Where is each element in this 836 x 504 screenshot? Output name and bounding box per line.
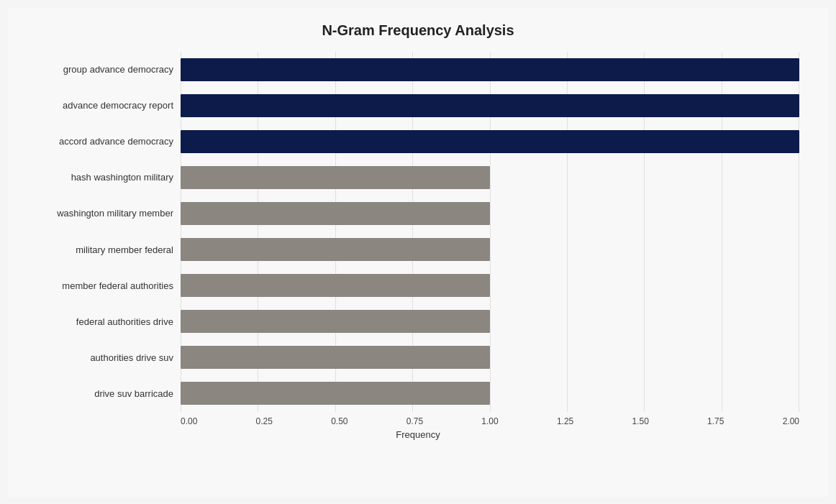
bar: [181, 346, 490, 369]
x-axis: 0.000.250.500.751.001.251.501.752.00: [22, 416, 814, 426]
x-axis-label: Frequency: [22, 429, 814, 440]
bar-label: authorities drive suv: [22, 352, 173, 363]
bar-label: washington military member: [22, 208, 173, 219]
bar: [181, 202, 490, 225]
bar-label: member federal authorities: [22, 280, 173, 291]
bar-row: member federal authorities: [181, 270, 799, 301]
x-tick: 1.75: [707, 416, 724, 426]
bar-row: accord advance democracy: [181, 127, 799, 157]
bar: [181, 274, 490, 297]
chart-title: N-Gram Frequency Analysis: [22, 22, 814, 39]
bar: [181, 130, 799, 153]
bar-label: group advance democracy: [22, 64, 173, 75]
x-tick: 0.75: [406, 416, 423, 426]
x-tick: 0.00: [181, 416, 197, 426]
bar-label: hash washington military: [22, 172, 173, 183]
bar-row: federal authorities drive: [181, 306, 799, 336]
bar: [181, 382, 490, 405]
bar: [181, 238, 490, 261]
x-tick: 0.50: [331, 416, 347, 426]
bar-row: washington military member: [181, 198, 799, 229]
x-tick: 1.00: [481, 416, 498, 426]
bar: [181, 94, 799, 117]
bar-label: accord advance democracy: [22, 136, 173, 147]
bar-label: drive suv barricade: [22, 388, 173, 399]
x-tick: 2.00: [783, 416, 799, 426]
bars-section: group advance democracyadvance democracy…: [22, 52, 814, 412]
bar-label: federal authorities drive: [22, 316, 173, 327]
bar-row: advance democracy report: [181, 91, 799, 121]
chart-area: group advance democracyadvance democracy…: [22, 52, 814, 440]
bar-row: military member federal: [181, 234, 799, 265]
x-tick: 1.50: [632, 416, 648, 426]
bar: [181, 58, 799, 81]
x-tick: 0.25: [256, 416, 273, 426]
chart-container: N-Gram Frequency Analysis group advance …: [8, 8, 828, 497]
bar-row: authorities drive suv: [181, 342, 799, 372]
bar-label: military member federal: [22, 244, 173, 255]
bar-label: advance democracy report: [22, 100, 173, 111]
bar: [181, 310, 490, 333]
x-tick: 1.25: [557, 416, 573, 426]
bar-row: group advance democracy: [181, 55, 799, 85]
bar-row: drive suv barricade: [181, 378, 799, 408]
bar-row: hash washington military: [181, 162, 799, 193]
bar: [181, 166, 490, 189]
